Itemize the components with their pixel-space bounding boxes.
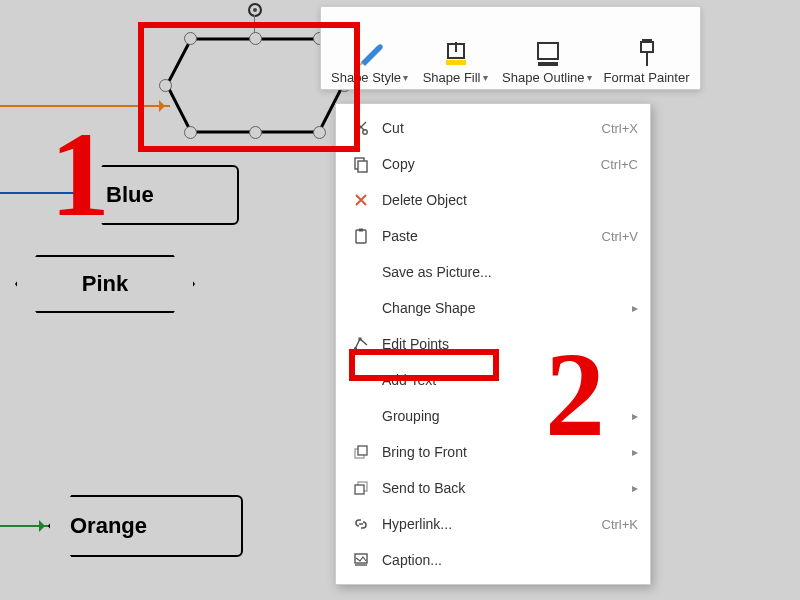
format-painter-button[interactable]: Format Painter bbox=[598, 13, 696, 85]
menu-save-picture-label: Save as Picture... bbox=[346, 264, 638, 280]
caret-icon: ▾ bbox=[587, 72, 592, 83]
caption-icon bbox=[346, 551, 376, 569]
menu-delete-object[interactable]: Delete Object bbox=[336, 182, 650, 218]
svg-rect-17 bbox=[355, 485, 364, 494]
svg-rect-4 bbox=[641, 42, 653, 52]
svg-rect-13 bbox=[359, 338, 362, 341]
bring-front-icon bbox=[346, 443, 376, 461]
edit-points-icon bbox=[346, 335, 376, 353]
bucket-icon bbox=[440, 36, 470, 70]
brush-icon bbox=[355, 36, 385, 70]
menu-copy-label: Copy bbox=[376, 156, 601, 172]
sel-handle-w[interactable] bbox=[159, 79, 172, 92]
menu-paste[interactable]: Paste Ctrl+V bbox=[336, 218, 650, 254]
menu-hyperlink-shortcut: Ctrl+K bbox=[602, 517, 638, 532]
menu-hyperlink-label: Hyperlink... bbox=[376, 516, 602, 532]
hexagon-outline-svg bbox=[165, 33, 345, 138]
sel-handle-se[interactable] bbox=[313, 126, 326, 139]
context-menu: Cut Ctrl+X Copy Ctrl+C Delete Object Pas… bbox=[335, 103, 651, 585]
submenu-arrow-icon: ▸ bbox=[632, 301, 638, 315]
menu-change-shape[interactable]: Change Shape ▸ bbox=[336, 290, 650, 326]
copy-icon bbox=[346, 155, 376, 173]
svg-rect-12 bbox=[354, 348, 357, 351]
connector-arrow-blue bbox=[0, 192, 85, 194]
shape-blue-label: Blue bbox=[106, 182, 154, 208]
submenu-arrow-icon: ▸ bbox=[632, 409, 638, 423]
connector-arrow-green bbox=[0, 525, 50, 527]
svg-rect-3 bbox=[538, 62, 558, 66]
menu-cut-shortcut: Ctrl+X bbox=[602, 121, 638, 136]
send-back-icon bbox=[346, 479, 376, 497]
menu-paste-shortcut: Ctrl+V bbox=[602, 229, 638, 244]
menu-add-text[interactable]: Add Text bbox=[336, 362, 650, 398]
menu-send-back-label: Send to Back bbox=[376, 480, 632, 496]
sel-handle-s[interactable] bbox=[249, 126, 262, 139]
shape-orange[interactable]: Orange bbox=[48, 495, 243, 557]
svg-point-7 bbox=[363, 130, 367, 134]
paste-icon bbox=[346, 227, 376, 245]
shape-format-toolbar: Shape Style▾ Shape Fill▾ Shape Outline▾ … bbox=[320, 6, 701, 90]
shape-selected-hexagon[interactable] bbox=[165, 33, 345, 138]
svg-point-6 bbox=[355, 130, 359, 134]
scissors-icon bbox=[346, 119, 376, 137]
menu-bring-front-label: Bring to Front bbox=[376, 444, 632, 460]
shape-pink-label: Pink bbox=[82, 271, 128, 297]
format-painter-icon bbox=[633, 36, 661, 70]
shape-outline-label: Shape Outline bbox=[502, 70, 584, 85]
menu-paste-label: Paste bbox=[376, 228, 602, 244]
submenu-arrow-icon: ▸ bbox=[632, 445, 638, 459]
link-icon bbox=[346, 515, 376, 533]
menu-edit-points-label: Edit Points bbox=[376, 336, 638, 352]
menu-add-text-label: Add Text bbox=[346, 372, 638, 388]
menu-caption-label: Caption... bbox=[376, 552, 638, 568]
shape-style-button[interactable]: Shape Style▾ bbox=[325, 13, 414, 85]
svg-rect-2 bbox=[538, 43, 558, 59]
caret-icon: ▾ bbox=[403, 72, 408, 83]
menu-change-shape-label: Change Shape bbox=[346, 300, 632, 316]
menu-edit-points[interactable]: Edit Points bbox=[336, 326, 650, 362]
svg-rect-10 bbox=[356, 230, 366, 243]
rotation-handle[interactable] bbox=[248, 3, 262, 17]
svg-rect-1 bbox=[446, 60, 466, 65]
submenu-arrow-icon: ▸ bbox=[632, 481, 638, 495]
sel-handle-sw[interactable] bbox=[184, 126, 197, 139]
menu-cut-label: Cut bbox=[376, 120, 602, 136]
shape-style-label: Shape Style bbox=[331, 70, 401, 85]
shape-orange-label: Orange bbox=[70, 513, 147, 539]
menu-grouping[interactable]: Grouping ▸ bbox=[336, 398, 650, 434]
svg-rect-15 bbox=[358, 446, 367, 455]
connector-arrow-orange bbox=[0, 105, 170, 107]
sel-handle-n[interactable] bbox=[249, 32, 262, 45]
menu-caption[interactable]: Caption... bbox=[336, 542, 650, 578]
menu-delete-label: Delete Object bbox=[376, 192, 638, 208]
menu-hyperlink[interactable]: Hyperlink... Ctrl+K bbox=[336, 506, 650, 542]
menu-grouping-label: Grouping bbox=[346, 408, 632, 424]
menu-bring-front[interactable]: Bring to Front ▸ bbox=[336, 434, 650, 470]
svg-rect-9 bbox=[358, 161, 367, 172]
shape-blue[interactable]: Blue bbox=[84, 165, 239, 225]
menu-copy-shortcut: Ctrl+C bbox=[601, 157, 638, 172]
menu-copy[interactable]: Copy Ctrl+C bbox=[336, 146, 650, 182]
shape-outline-button[interactable]: Shape Outline▾ bbox=[496, 13, 597, 85]
svg-rect-11 bbox=[359, 229, 363, 232]
caret-icon: ▾ bbox=[483, 72, 488, 83]
shape-pink[interactable]: Pink bbox=[15, 255, 195, 313]
shape-fill-label: Shape Fill bbox=[423, 70, 481, 85]
delete-x-icon bbox=[346, 192, 376, 208]
svg-marker-0 bbox=[167, 39, 343, 132]
menu-send-back[interactable]: Send to Back ▸ bbox=[336, 470, 650, 506]
menu-cut[interactable]: Cut Ctrl+X bbox=[336, 110, 650, 146]
menu-save-picture[interactable]: Save as Picture... bbox=[336, 254, 650, 290]
format-painter-label: Format Painter bbox=[604, 70, 690, 85]
shape-fill-button[interactable]: Shape Fill▾ bbox=[414, 13, 496, 85]
sel-handle-nw[interactable] bbox=[184, 32, 197, 45]
outline-icon bbox=[532, 36, 562, 70]
svg-rect-5 bbox=[642, 39, 652, 43]
